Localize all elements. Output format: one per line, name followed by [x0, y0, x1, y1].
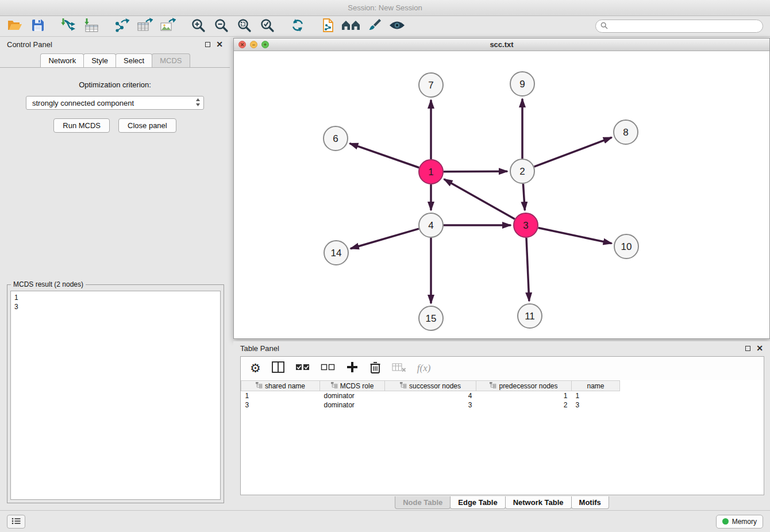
zoom-in-button[interactable]: [187, 17, 210, 36]
search-input[interactable]: [611, 22, 758, 30]
run-mcds-button[interactable]: Run MCDS: [53, 118, 110, 133]
network-window-titlebar[interactable]: ✕ − + scc.txt: [234, 38, 769, 51]
graph-edge-3-11[interactable]: [526, 238, 529, 301]
search-box[interactable]: [595, 20, 763, 33]
graph-edge-1-6[interactable]: [350, 144, 419, 168]
column-header-name[interactable]: name: [572, 381, 620, 391]
show-columns-button[interactable]: [272, 361, 284, 375]
eye-icon: [388, 20, 406, 33]
graph-edge-2-3[interactable]: [523, 184, 525, 210]
status-bar: Memory: [0, 510, 770, 532]
import-network-icon: [60, 18, 76, 35]
column-tree-icon: [256, 382, 263, 390]
search-icon: [600, 21, 608, 32]
table-toolbar: ⚙ f(x): [241, 357, 764, 380]
mcds-result-list[interactable]: 1 3: [10, 291, 221, 500]
app-title: Session: New Session: [348, 3, 422, 12]
criterion-dropdown-value: strongly connected component: [32, 99, 195, 107]
close-panel-icon[interactable]: ✕: [216, 40, 223, 48]
graph-edge-4-14[interactable]: [351, 229, 419, 249]
control-panel-title: Control Panel: [7, 40, 52, 49]
close-panel-button[interactable]: Close panel: [118, 118, 176, 133]
delete-column-button[interactable]: [369, 361, 381, 376]
tab-motifs[interactable]: Motifs: [571, 496, 609, 509]
criterion-dropdown[interactable]: strongly connected component: [26, 96, 204, 110]
graph-edge-3-1[interactable]: [444, 179, 515, 219]
column-header-shared-name[interactable]: shared name: [241, 381, 320, 391]
table-panel: Table Panel ✕ ⚙ f(x) shared: [233, 341, 770, 510]
window-close-button[interactable]: ✕: [238, 41, 246, 48]
style-paint-button[interactable]: [363, 17, 386, 36]
network-canvas[interactable]: 7968124314101511: [234, 52, 769, 338]
function-builder-button[interactable]: f(x): [417, 363, 431, 374]
list-icon: [11, 516, 21, 527]
export-image-icon: [160, 18, 176, 35]
graph-edge-1-2[interactable]: [444, 171, 507, 172]
refresh-button[interactable]: [286, 17, 309, 36]
tab-style[interactable]: Style: [83, 53, 116, 67]
column-header-predecessor-nodes[interactable]: predecessor nodes: [476, 381, 572, 391]
export-network-icon: [114, 18, 130, 35]
add-column-button[interactable]: [346, 361, 359, 376]
tab-select[interactable]: Select: [116, 53, 152, 67]
window-controls: ✕ − +: [238, 41, 269, 48]
refresh-icon: [290, 18, 305, 35]
float-table-panel-icon[interactable]: [745, 346, 750, 351]
save-icon: [31, 18, 45, 34]
home-button[interactable]: [340, 17, 363, 36]
delete-table-button[interactable]: [392, 362, 406, 375]
save-session-button[interactable]: [26, 17, 49, 36]
table-settings-button[interactable]: ⚙: [250, 361, 261, 375]
plus-icon: [346, 361, 359, 376]
select-all-icon: [295, 363, 310, 373]
window-zoom-button[interactable]: +: [261, 41, 269, 48]
zoom-fit-button[interactable]: [233, 17, 256, 36]
import-table-button[interactable]: [80, 17, 103, 36]
graph-node-label-9: 9: [519, 79, 525, 90]
zoom-selected-button[interactable]: [256, 17, 279, 36]
show-hide-button[interactable]: [386, 17, 409, 36]
network-graph[interactable]: 7968124314101511: [234, 52, 769, 339]
clone-network-button[interactable]: [317, 17, 340, 36]
main-toolbar: [0, 16, 770, 37]
memory-button[interactable]: Memory: [716, 515, 763, 529]
export-image-button[interactable]: [156, 17, 179, 36]
open-session-button[interactable]: [3, 17, 26, 36]
export-table-icon: [137, 18, 153, 35]
column-header-successor-nodes[interactable]: successor nodes: [385, 381, 476, 391]
graph-node-label-2: 2: [519, 166, 525, 177]
tab-network-table[interactable]: Network Table: [505, 496, 572, 509]
table-row[interactable]: 3 dominator 3 2 3: [241, 400, 620, 410]
window-minimize-button[interactable]: −: [250, 41, 257, 48]
fx-icon: f(x): [417, 363, 431, 374]
tab-mcds[interactable]: MCDS: [152, 53, 190, 67]
graph-node-label-14: 14: [331, 248, 342, 259]
gear-icon: ⚙: [250, 361, 261, 375]
zoom-out-icon: [214, 18, 229, 35]
task-history-button[interactable]: [7, 515, 25, 529]
graph-edge-3-10[interactable]: [538, 228, 612, 244]
tab-network[interactable]: Network: [40, 53, 84, 67]
tab-node-table[interactable]: Node Table: [395, 496, 451, 509]
deselect-all-button[interactable]: [321, 363, 335, 373]
graph-node-label-4: 4: [428, 220, 433, 231]
graph-node-label-11: 11: [525, 311, 535, 322]
export-network-button[interactable]: [110, 17, 133, 36]
float-panel-icon[interactable]: [205, 42, 210, 47]
houses-icon: [341, 19, 361, 34]
close-table-panel-icon[interactable]: ✕: [756, 344, 763, 352]
control-panel-tabs: Network Style Select MCDS: [0, 52, 230, 68]
select-all-button[interactable]: [295, 363, 310, 373]
export-table-button[interactable]: [133, 17, 156, 36]
zoom-out-button[interactable]: [210, 17, 233, 36]
graph-node-label-6: 6: [333, 133, 338, 144]
graph-edge-2-8[interactable]: [534, 137, 612, 167]
table-panel-tabs: Node Table Edge Table Network Table Moti…: [233, 496, 770, 509]
table-row[interactable]: 1 dominator 4 1 1: [241, 391, 620, 400]
tab-edge-table[interactable]: Edge Table: [450, 496, 505, 509]
import-network-button[interactable]: [57, 17, 80, 36]
application-window: Session: New Session: [0, 0, 770, 532]
mcds-result-title: MCDS result (2 nodes): [11, 280, 86, 288]
control-panel-header: Control Panel ✕: [0, 37, 230, 52]
column-header-mcds-role[interactable]: MCDS role: [320, 381, 385, 391]
